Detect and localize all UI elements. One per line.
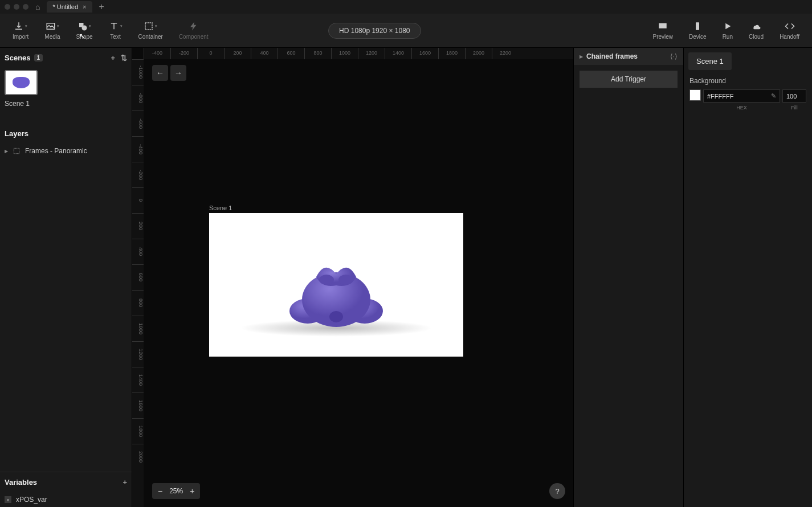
- lightning-icon: [189, 21, 199, 31]
- add-variable-icon[interactable]: +: [123, 478, 127, 486]
- layer-label: Frames - Panoramic: [25, 147, 87, 155]
- svg-rect-3: [145, 23, 152, 30]
- nav-back-button[interactable]: ←: [152, 65, 168, 81]
- preview-button[interactable]: Preview: [644, 21, 681, 40]
- scene-count-badge: 1: [34, 54, 43, 62]
- resolution-pill[interactable]: HD 1080p 1920 × 1080: [328, 23, 421, 39]
- shape-button[interactable]: ▾ Shape: [68, 21, 101, 40]
- shape-icon: [77, 21, 88, 31]
- expand-icon[interactable]: ▶: [580, 54, 583, 59]
- hex-sublabel: HEX: [701, 105, 782, 111]
- nav-forward-button[interactable]: →: [170, 65, 186, 81]
- hex-input[interactable]: #FFFFFF ✎: [703, 89, 780, 103]
- handoff-button[interactable]: Handoff: [772, 21, 807, 40]
- canvas-scene-label[interactable]: Scene 1: [209, 205, 232, 211]
- frames-panel: ▶ Chained frames ⟨·⟩ Add Trigger: [573, 48, 684, 507]
- layers-header: Layers: [0, 124, 132, 144]
- layer-row[interactable]: ▶ Frames - Panoramic: [0, 144, 132, 158]
- help-button[interactable]: ?: [549, 483, 565, 499]
- media-button[interactable]: ▾ Media: [36, 21, 68, 40]
- variable-name: xPOS_var: [16, 496, 47, 504]
- image-icon: [46, 21, 56, 31]
- component-button[interactable]: Component: [171, 21, 217, 40]
- import-button[interactable]: ▾ Import: [5, 21, 36, 40]
- titlebar: ⌂ * Untitled × +: [0, 0, 812, 14]
- svg-point-12: [329, 311, 343, 322]
- zoom-value: 25%: [169, 487, 183, 495]
- text-button[interactable]: ▾ Text: [101, 21, 130, 40]
- fill-input[interactable]: [782, 89, 806, 103]
- expand-icon[interactable]: ▶: [5, 149, 8, 154]
- text-icon: [109, 21, 119, 31]
- svg-point-10: [319, 275, 334, 285]
- play-icon: [723, 21, 733, 31]
- svg-rect-6: [14, 148, 19, 153]
- frame-icon: [13, 147, 21, 155]
- svg-point-11: [338, 275, 353, 285]
- expand-horizontal-icon[interactable]: ⟨·⟩: [670, 52, 678, 60]
- run-button[interactable]: Run: [715, 21, 741, 40]
- container-icon: [144, 21, 154, 31]
- close-icon[interactable]: ×: [83, 3, 86, 10]
- scene-tab[interactable]: Scene 1: [688, 52, 732, 70]
- ruler-vertical: -1000-800-600-400-2000200400600800100012…: [132, 59, 144, 507]
- blob-model: [276, 248, 396, 340]
- zoom-out-button[interactable]: −: [158, 486, 162, 496]
- left-panel: Scenes 1 + ⇅ Scene 1 Layers ▶ Frames - P…: [0, 48, 132, 507]
- scenes-header: Scenes 1 + ⇅: [0, 48, 132, 68]
- color-swatch[interactable]: [689, 89, 701, 101]
- canvas[interactable]: -400-20002004006008001000120014001600180…: [132, 48, 573, 507]
- scene-thumbnail-label: Scene 1: [0, 97, 132, 110]
- phone-icon: [692, 21, 703, 31]
- new-tab-button[interactable]: +: [99, 2, 104, 12]
- scene-thumbnail[interactable]: [5, 70, 38, 95]
- background-label: Background: [689, 77, 806, 85]
- eyedropper-icon[interactable]: ✎: [771, 92, 776, 100]
- scene-frame[interactable]: [209, 213, 463, 357]
- device-button[interactable]: Device: [681, 21, 715, 40]
- home-icon[interactable]: ⌂: [35, 2, 40, 11]
- svg-rect-4: [659, 23, 667, 28]
- tab-title: * Untitled: [52, 3, 78, 10]
- monitor-icon: [658, 21, 668, 31]
- variables-header: Variables +: [0, 472, 132, 492]
- toolbar: ▾ Import ▾ Media ▾ Shape ▾ Text ▾ Contai…: [0, 14, 812, 48]
- zoom-in-button[interactable]: +: [190, 486, 194, 496]
- code-icon: [785, 21, 795, 31]
- variable-row[interactable]: x xPOS_var: [0, 492, 132, 507]
- cloud-button[interactable]: Cloud: [741, 21, 772, 40]
- window-controls[interactable]: [5, 4, 28, 10]
- ruler-horizontal: -400-20002004006008001000120014001600180…: [144, 48, 573, 59]
- variable-icon: x: [5, 496, 11, 503]
- document-tab[interactable]: * Untitled ×: [47, 1, 92, 13]
- svg-point-2: [82, 26, 87, 31]
- download-icon: [14, 21, 24, 31]
- add-scene-icon[interactable]: +: [111, 54, 115, 62]
- fill-sublabel: Fill: [782, 105, 806, 111]
- cloud-icon: [751, 21, 761, 31]
- properties-panel: Scene 1 Background #FFFFFF ✎ HEX Fill: [684, 48, 812, 507]
- container-button[interactable]: ▾ Container: [130, 21, 171, 40]
- add-trigger-button[interactable]: Add Trigger: [580, 71, 678, 88]
- sort-scenes-icon[interactable]: ⇅: [121, 54, 127, 62]
- chained-frames-header[interactable]: ▶ Chained frames ⟨·⟩: [574, 48, 683, 65]
- zoom-control[interactable]: − 25% +: [152, 483, 200, 499]
- svg-rect-5: [696, 22, 699, 30]
